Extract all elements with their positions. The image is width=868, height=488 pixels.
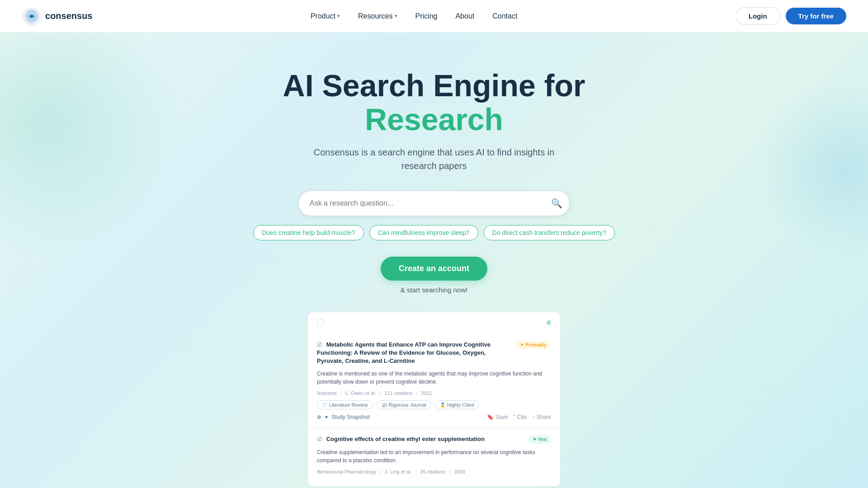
navbar: consensus Product ▾ Resources ▾ Pricing … bbox=[0, 0, 868, 33]
tag-rigorous-journal: 📰 Rigorous Journal bbox=[377, 400, 431, 409]
rigorous-journal-icon: 📰 bbox=[382, 403, 387, 408]
result-header-2: ☑ Cognitive effects of creatine ethyl es… bbox=[317, 435, 551, 444]
logo[interactable]: consensus bbox=[22, 6, 92, 26]
search-input[interactable] bbox=[298, 191, 570, 216]
preview-icon-right: ≡ bbox=[546, 318, 551, 328]
result-title-2: ☑ Cognitive effects of creatine ethyl es… bbox=[317, 435, 528, 443]
nav-product[interactable]: Product ▾ bbox=[303, 9, 347, 24]
chip-creatine[interactable]: Does creatine help build muscle? bbox=[253, 225, 363, 240]
tag-highly-cited: 🏅 Highly Cited bbox=[435, 400, 479, 409]
create-account-button[interactable]: Create an account bbox=[381, 257, 487, 281]
action-buttons-1: 🔖 Save " Cite ↑ Share bbox=[487, 414, 551, 420]
highly-cited-icon: 🏅 bbox=[440, 403, 445, 408]
result-meta-2: Behavioural Pharmacology | J. Ling et al… bbox=[317, 469, 551, 474]
svg-point-1 bbox=[30, 15, 33, 18]
chevron-down-icon: ▾ bbox=[337, 13, 340, 19]
hero-section: AI Search Engine for Research Consensus … bbox=[0, 33, 868, 488]
save-button-1[interactable]: 🔖 Save bbox=[487, 414, 508, 420]
result-card-1: ☑ Metabolic Agents that Enhance ATP can … bbox=[307, 333, 561, 428]
result-actions-1: ⊕ ✦ Study Snapshot 🔖 Save " Cite ↑ Share bbox=[317, 414, 551, 420]
nav-pricing[interactable]: Pricing bbox=[408, 9, 445, 24]
nav-resources[interactable]: Resources ▾ bbox=[351, 9, 404, 24]
logo-text: consensus bbox=[45, 11, 92, 21]
search-button[interactable]: 🔍 bbox=[551, 198, 562, 209]
nav-links: Product ▾ Resources ▾ Pricing About Cont… bbox=[303, 9, 524, 24]
sparkle-icon: ✦ bbox=[324, 414, 329, 420]
nav-actions: Login Try for free bbox=[736, 7, 846, 25]
hero-subtitle: Consensus is a search engine that uses A… bbox=[298, 145, 570, 173]
preview-icon-left bbox=[317, 319, 324, 326]
nav-about[interactable]: About bbox=[448, 9, 481, 24]
result-badge-2: ✦ Yes bbox=[528, 435, 551, 444]
result-body-1: Creatine is mentioned as one of the meta… bbox=[317, 370, 551, 386]
hero-title: AI Search Engine for Research bbox=[253, 69, 615, 136]
try-for-free-button[interactable]: Try for free bbox=[786, 8, 846, 24]
chevron-down-icon: ▾ bbox=[395, 13, 397, 19]
results-preview: ≡ ☑ Metabolic Agents that Enhance ATP ca… bbox=[307, 312, 561, 487]
nav-contact[interactable]: Contact bbox=[485, 9, 524, 24]
study-snapshot-button[interactable]: ⊕ ✦ Study Snapshot bbox=[317, 414, 370, 420]
result-title-1: ☑ Metabolic Agents that Enhance ATP can … bbox=[317, 341, 515, 366]
result-header-1: ☑ Metabolic Agents that Enhance ATP can … bbox=[317, 341, 551, 366]
checkbox-icon: ☑ bbox=[317, 342, 322, 348]
share-button-1[interactable]: ↑ Share bbox=[532, 414, 551, 420]
search-container: 🔍 bbox=[298, 191, 570, 216]
login-button[interactable]: Login bbox=[736, 7, 780, 25]
cta-subtitle: & start searching now! bbox=[401, 286, 467, 294]
chip-cash-transfers[interactable]: Do direct cash transfers reduce poverty? bbox=[484, 225, 615, 240]
result-card-2: ☑ Cognitive effects of creatine ethyl es… bbox=[307, 428, 561, 487]
expand-icon: ⊕ bbox=[317, 414, 321, 420]
result-tags-1: 📄 Literature Review 📰 Rigorous Journal 🏅… bbox=[317, 400, 551, 409]
result-meta-1: Nutrients | L. Owen et al. | 111 citatio… bbox=[317, 390, 551, 396]
suggestion-chips: Does creatine help build muscle? Can min… bbox=[253, 225, 614, 240]
tag-literature-review: 📄 Literature Review bbox=[317, 400, 373, 409]
search-icon: 🔍 bbox=[551, 198, 562, 208]
literature-review-icon: 📄 bbox=[322, 403, 327, 408]
result-badge-1: ✦ Probably bbox=[515, 341, 551, 349]
result-body-2: Creatine supplementation led to an impro… bbox=[317, 448, 551, 465]
cite-button-1[interactable]: " Cite bbox=[513, 414, 527, 420]
preview-top-bar: ≡ bbox=[307, 312, 561, 333]
chip-mindfulness[interactable]: Can mindfulness improve sleep? bbox=[369, 225, 478, 240]
checkbox-icon-2: ☑ bbox=[317, 436, 322, 442]
